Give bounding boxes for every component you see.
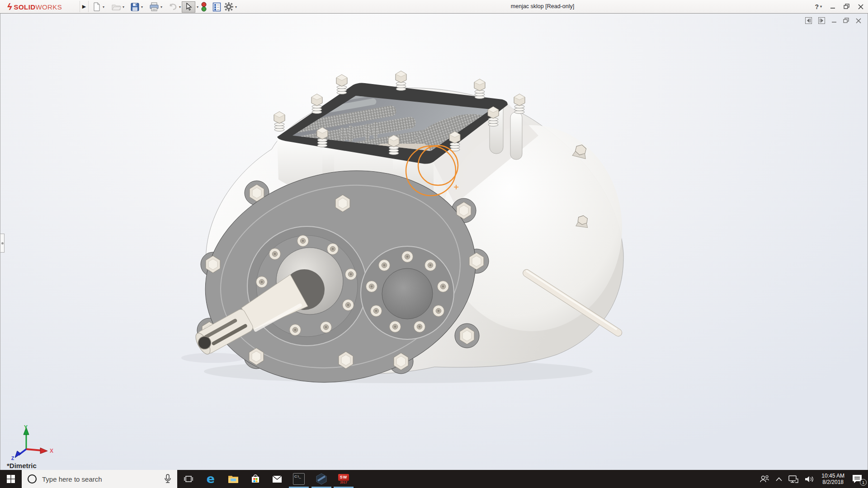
save-caret[interactable]: ▾ (141, 5, 143, 9)
view-orientation-label: *Dimetric (7, 462, 37, 469)
taskbar-clock[interactable]: 10:45 AM 8/2/2018 (821, 473, 844, 485)
gearbox-model[interactable] (0, 14, 868, 470)
file-explorer-icon (228, 474, 239, 483)
sw-year-label: 2017 (340, 481, 347, 484)
taskbar-app-edge[interactable]: e (200, 470, 222, 488)
select-cursor-icon (185, 3, 192, 11)
cmd-label: C:\_ (294, 474, 301, 479)
select-button[interactable]: ▾ (182, 1, 198, 13)
solidworks-taskbar-icon: SW 2017 (337, 473, 350, 485)
undo-button[interactable]: ▾ (168, 1, 181, 13)
save-icon (130, 2, 140, 12)
cad-utility-icon (316, 473, 327, 485)
select-caret[interactable]: ▾ (197, 5, 198, 9)
task-view-button[interactable] (178, 470, 199, 488)
traffic-light-icon (201, 1, 207, 12)
document-properties-button[interactable] (212, 1, 221, 13)
undo-icon (168, 2, 178, 12)
window-title: menjac sklop [Read-only] (479, 0, 606, 13)
store-icon (250, 474, 260, 484)
taskbar-app-solidworks[interactable]: SW 2017 (333, 470, 354, 488)
left-bearing-boss (247, 226, 367, 346)
open-button[interactable]: ▾ (111, 1, 124, 13)
taskbar-app-store[interactable] (245, 470, 266, 488)
solidworks-logo: ϟ SOLIDWORKS (7, 1, 62, 12)
doc-close-button[interactable] (856, 18, 861, 23)
people-icon[interactable] (760, 475, 769, 483)
start-button[interactable] (0, 470, 22, 488)
sw-cube-label: SW (338, 474, 349, 481)
doc-minimize-button[interactable] (831, 18, 837, 23)
windows-start-icon (7, 475, 15, 483)
notification-badge: 1 (860, 479, 867, 486)
system-tray: 10:45 AM 8/2/2018 1 (756, 470, 868, 488)
new-document-button[interactable]: ▾ (92, 1, 104, 13)
mail-icon (272, 475, 282, 483)
clock-date: 8/2/2018 (821, 479, 844, 485)
right-bearing-boss (361, 246, 454, 339)
orientation-triad: Y X Z (6, 424, 56, 461)
titlebar: ϟ SOLIDWORKS ▶ ▾ ▾ ▾ ▾ ▾ ▾ (0, 0, 868, 14)
pane-collapse-left-button[interactable] (805, 17, 812, 24)
volume-icon[interactable] (805, 475, 815, 483)
open-caret[interactable]: ▾ (123, 5, 124, 9)
open-icon (111, 2, 121, 12)
triad-y-label: Y (24, 424, 28, 431)
action-center-button[interactable]: 1 (852, 474, 863, 484)
save-button[interactable]: ▾ (130, 1, 143, 13)
splitter-dot-icon (1, 242, 4, 244)
restore-button[interactable] (844, 4, 850, 9)
new-document-icon (92, 2, 101, 12)
screen: ϟ SOLIDWORKS ▶ ▾ ▾ ▾ ▾ ▾ ▾ (0, 0, 868, 488)
hidden-icons-chevron[interactable] (776, 477, 782, 481)
help-button[interactable]: ?▾ (815, 3, 822, 10)
triad-x-label: X (50, 448, 53, 454)
pane-expand-right-button[interactable] (818, 17, 825, 24)
logo-text-solid: SOLID (14, 3, 36, 11)
options-caret[interactable]: ▾ (235, 5, 237, 9)
gear-icon (224, 2, 234, 12)
taskbar: e C:\_ SW 2017 (0, 470, 868, 488)
window-controls: ?▾ (815, 0, 863, 13)
menu-flyout-button[interactable]: ▶ (80, 1, 89, 12)
select-pressed-box (182, 1, 195, 13)
options-button[interactable]: ▾ (224, 1, 237, 13)
feature-manager-splitter[interactable] (0, 234, 5, 253)
task-view-icon (184, 475, 193, 483)
taskbar-app-mail[interactable] (267, 470, 288, 488)
taskbar-app-file-explorer[interactable] (222, 470, 244, 488)
taskbar-app-command-prompt[interactable]: C:\_ (288, 470, 309, 488)
network-icon[interactable] (788, 475, 798, 483)
new-caret[interactable]: ▾ (103, 5, 104, 9)
print-button[interactable]: ▾ (149, 1, 162, 13)
search-input[interactable] (37, 475, 164, 483)
edge-icon: e (207, 473, 215, 485)
taskbar-app-cad-utility[interactable] (311, 470, 332, 488)
minimize-button[interactable] (830, 4, 835, 9)
triad-z-label: Z (11, 456, 14, 461)
undo-caret[interactable]: ▾ (179, 5, 181, 9)
close-button[interactable] (858, 4, 863, 9)
doc-restore-button[interactable] (843, 18, 849, 23)
document-window-controls (805, 17, 861, 24)
cortana-icon[interactable] (28, 474, 37, 483)
document-properties-icon (212, 2, 221, 12)
print-caret[interactable]: ▾ (160, 5, 162, 9)
print-icon (149, 2, 159, 12)
microphone-icon[interactable] (164, 474, 171, 484)
logo-text-works: WORKS (35, 3, 62, 11)
viewport[interactable]: Y X Z *Dimetric (0, 14, 868, 470)
command-prompt-icon: C:\_ (293, 473, 305, 485)
solidworks-logo-icon: ϟ (7, 2, 12, 11)
taskbar-search[interactable] (22, 470, 177, 488)
clock-time: 10:45 AM (821, 473, 844, 479)
traffic-light-button[interactable] (201, 1, 207, 13)
help-caret[interactable]: ▾ (820, 5, 822, 9)
